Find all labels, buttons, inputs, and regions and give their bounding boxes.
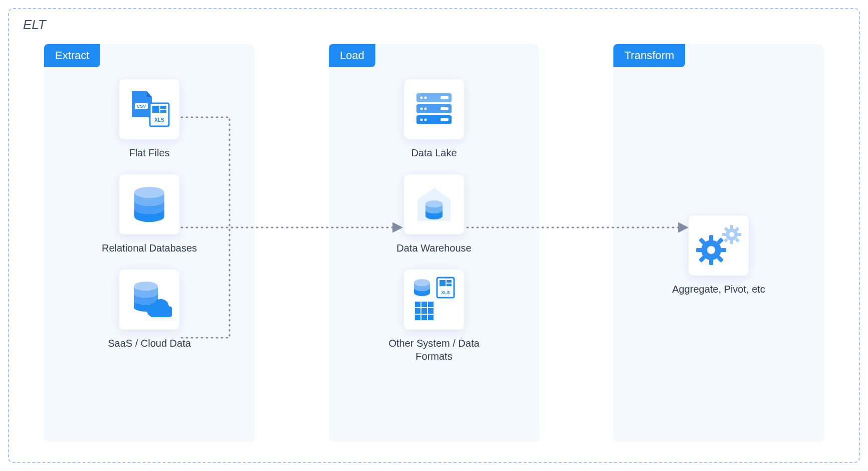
node-other-formats: XLS [384,270,484,363]
panel-load-label: Load [329,44,375,67]
node-saas-cloud-data: SaaS / Cloud Data [108,270,191,350]
svg-point-12 [420,97,423,99]
panels-row: Extract CSV [44,44,824,442]
server-stack-icon [404,79,464,139]
elt-diagram-frame: ELT Extract CSV [8,8,860,463]
panel-extract-content: CSV XLS Flat Files [44,79,255,432]
svg-point-15 [424,108,427,110]
node-label: Data Lake [411,146,457,159]
svg-rect-49 [709,235,713,241]
svg-rect-35 [421,315,427,320]
svg-rect-19 [441,107,449,110]
svg-rect-39 [730,225,733,229]
mixed-formats-icon: XLS [404,270,464,330]
svg-text:XLS: XLS [441,290,450,295]
svg-rect-29 [421,302,427,307]
svg-rect-20 [441,118,449,121]
panel-extract-label: Extract [44,44,100,67]
svg-rect-18 [441,96,449,99]
svg-rect-33 [428,308,433,314]
svg-point-14 [420,108,423,110]
svg-rect-42 [737,233,741,236]
svg-rect-3 [152,106,159,113]
svg-rect-36 [428,315,433,320]
panel-transform-label: Transform [613,44,685,67]
svg-rect-50 [709,259,713,265]
svg-rect-31 [415,308,420,314]
svg-rect-26 [447,284,452,286]
panel-load-content: Data Lake Data Warehouse [329,79,539,432]
warehouse-icon [404,174,464,234]
svg-text:XLS: XLS [154,117,164,123]
svg-point-48 [707,246,715,254]
database-icon [119,174,179,234]
svg-rect-24 [440,280,446,286]
svg-rect-52 [720,248,726,252]
csv-xls-file-icon: CSV XLS [119,79,179,139]
panel-transform-content: Aggregate, Pivot, etc [613,79,824,432]
svg-point-22 [414,279,430,286]
node-data-lake: Data Lake [404,79,464,159]
panel-load: Load [329,44,539,442]
node-label: Data Warehouse [396,242,471,255]
node-label: Flat Files [129,146,169,159]
svg-point-8 [134,282,158,291]
svg-point-17 [424,119,427,121]
svg-rect-51 [696,248,702,252]
node-label: SaaS / Cloud Data [108,337,191,350]
svg-point-7 [134,187,164,198]
node-flat-files: CSV XLS Flat Files [119,79,179,159]
svg-rect-34 [415,315,420,320]
node-aggregate-pivot: Aggregate, Pivot, etc [672,215,765,296]
svg-point-13 [424,97,427,99]
panel-transform: Transform [613,44,824,442]
svg-rect-41 [722,233,726,236]
svg-rect-40 [730,240,733,244]
svg-rect-5 [160,110,166,113]
panel-extract: Extract CSV [44,44,255,442]
node-label: Aggregate, Pivot, etc [672,283,765,296]
node-data-warehouse: Data Warehouse [396,174,471,255]
node-label: Relational Databases [102,242,197,255]
svg-rect-28 [415,302,420,307]
svg-rect-25 [447,280,452,283]
database-cloud-icon [119,270,179,330]
node-relational-databases: Relational Databases [102,174,197,255]
svg-point-38 [729,232,734,237]
svg-rect-4 [160,106,166,109]
diagram-title: ELT [23,17,46,33]
svg-point-21 [425,200,443,207]
svg-rect-30 [428,302,433,307]
svg-rect-32 [421,308,427,314]
svg-text:CSV: CSV [137,104,146,109]
gears-icon [689,215,749,276]
svg-point-16 [420,119,423,121]
node-label: Other System / Data Formats [384,337,484,363]
